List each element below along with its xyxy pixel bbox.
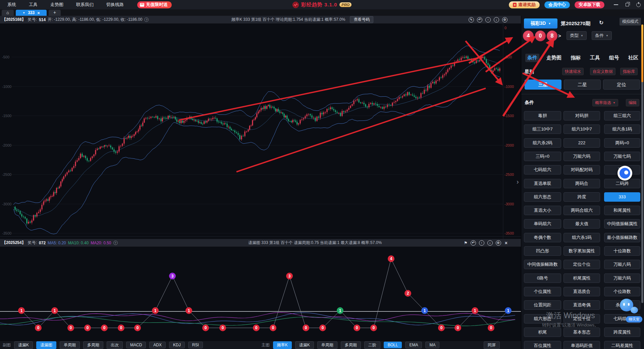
condition-button-百位属性[interactable]: 百位属性	[524, 341, 561, 349]
mainchart-button-BOLL[interactable]: BOLL	[384, 342, 402, 348]
condition-button-三码=0[interactable]: 三码=0	[524, 152, 561, 161]
mainchart-button-MA[interactable]: MA	[425, 342, 439, 348]
scroll-down-icon[interactable]: ↓	[494, 17, 499, 22]
condition-button-中间值振幅路数[interactable]: 中间值振幅路数	[524, 260, 561, 269]
menu-item-5[interactable]: 切换线路	[106, 2, 124, 8]
condition-button-中间值振幅属性[interactable]: 中间值振幅属性	[604, 219, 640, 229]
member-center-button[interactable]: 会员中心	[544, 1, 570, 8]
subchart-button-遗漏图[interactable]: 遗漏图	[36, 341, 56, 349]
chat-room-label[interactable]: 聊天室	[626, 316, 642, 322]
indicator-library-button[interactable]: 指标库	[620, 68, 638, 75]
condition-button-个位路数[interactable]: 个位路数	[604, 287, 640, 296]
condition-button-0路号[interactable]: 0路号	[524, 273, 561, 283]
condition-button-组六形态[interactable]: 组六形态	[524, 192, 561, 202]
probability-filter-dropdown[interactable]: 概率筛选 ▼	[592, 99, 618, 106]
condition-button-个位属性[interactable]: 个位属性	[524, 287, 561, 296]
mainchart-button-频率K[interactable]: 频率K	[273, 341, 292, 349]
edit-button[interactable]: 编辑	[626, 99, 639, 106]
settings-gear-icon[interactable]: ⚙	[502, 17, 507, 22]
condition-button-万能七码[interactable]: 万能七码	[604, 152, 640, 161]
panel-scrollbar-thumb[interactable]	[641, 24, 643, 82]
condition-button-定位十位[interactable]: 定位十位	[564, 314, 600, 323]
subchart-button-遗漏K[interactable]: 遗漏K	[14, 341, 33, 349]
menu-item-2[interactable]: 工具	[29, 2, 38, 8]
condition-button-两码=0[interactable]: 两码=0	[604, 138, 640, 148]
condition-button-基本形态[interactable]: 基本形态	[564, 328, 600, 337]
condition-button-最大值[interactable]: 最大值	[564, 219, 600, 229]
condition-button-直选大小[interactable]: 直选大小	[524, 206, 561, 215]
minimize-icon[interactable]	[614, 4, 618, 5]
condition-button-奇偶个数[interactable]: 奇偶个数	[524, 233, 561, 242]
main-candle-chart[interactable]: -500-1000-1500-2000-2500-3000-35000-500-…	[0, 24, 521, 239]
condition-button-直选单双[interactable]: 直选单双	[524, 179, 561, 188]
sync-screen-button[interactable]: 同屏	[484, 341, 500, 349]
condition-button-十位路数[interactable]: 十位路数	[604, 246, 640, 256]
restore-icon[interactable]	[626, 3, 629, 6]
sub-close-icon[interactable]: ×	[505, 240, 507, 246]
subchart-button-出次[interactable]: 出次	[107, 341, 123, 349]
condition-button-222[interactable]: 222	[564, 138, 600, 148]
refresh-icon[interactable]: ↻	[599, 19, 603, 26]
condition-button-跨度[interactable]: 跨度	[564, 192, 600, 202]
invite-reward-button[interactable]: 邀请奖励	[509, 1, 540, 8]
recharge-promo-button[interactable]: 充值限时送	[137, 1, 172, 8]
mainchart-button-遗漏K[interactable]: 遗漏K	[295, 341, 314, 349]
condition-button-对码胆[interactable]: 对码胆	[564, 111, 600, 120]
star-button-1[interactable]: 三星	[525, 80, 561, 90]
subchart-button-单周期[interactable]: 单周期	[60, 341, 80, 349]
android-download-button[interactable]: 安卓版下载	[575, 1, 604, 8]
subchart-button-多周期[interactable]: 多周期	[83, 341, 103, 349]
condition-button-位置间距[interactable]: 位置间距	[524, 300, 561, 310]
condition-button-单选码距值[interactable]: 单选码距值	[564, 341, 600, 349]
mainchart-button-单周期[interactable]: 单周期	[317, 341, 337, 349]
mainchart-button-多周期[interactable]: 多周期	[341, 341, 361, 349]
tab-close-icon[interactable]: ×	[37, 10, 40, 15]
panel-collapse-handle[interactable]: ›	[517, 178, 519, 186]
condition-button-两码合组六[interactable]: 两码合组六	[564, 206, 600, 215]
condition-button-单码组六[interactable]: 单码组六	[524, 219, 561, 229]
condition-button-333[interactable]: 333	[604, 192, 640, 202]
help-icon[interactable]: ?	[144, 17, 149, 22]
undo-icon[interactable]: ↶	[477, 17, 482, 22]
condition-dropdown[interactable]: 条件 ▼	[592, 31, 612, 40]
panel-tab-1[interactable]: 条件	[525, 54, 539, 62]
sub-undo-icon[interactable]: ↶	[471, 240, 476, 246]
condition-button-积尾[interactable]: 积尾	[524, 328, 561, 337]
condition-button-七码组六[interactable]: 七码组六	[524, 165, 561, 174]
mainchart-button-二阶[interactable]: 二阶	[364, 341, 380, 349]
menu-item-4[interactable]: 联系我们	[76, 2, 94, 8]
condition-button-两码合[interactable]: 两码合	[564, 179, 600, 188]
condition-button-万能六码[interactable]: 万能六码	[564, 152, 600, 161]
menu-item-1[interactable]: 系统	[7, 2, 16, 8]
pin-icon[interactable]: ⚑	[464, 241, 468, 245]
condition-button-组六杀1码[interactable]: 组六杀1码	[564, 233, 600, 242]
condition-button-定位个位[interactable]: 定位个位	[564, 260, 600, 269]
subchart-button-KDJ[interactable]: KDJ	[169, 342, 185, 348]
subchart-button-RSI[interactable]: RSI	[188, 342, 203, 348]
type-dropdown[interactable]: 类型 ▼	[567, 31, 587, 40]
subchart-button-MACD[interactable]: MACD	[126, 342, 146, 348]
quick-shrink-button[interactable]: 快速缩水	[562, 68, 584, 75]
condition-button-组六杀2码[interactable]: 组六杀2码	[524, 138, 561, 148]
sub-help-icon[interactable]: ?	[113, 241, 118, 245]
star-button-3[interactable]: 定位	[603, 80, 640, 90]
home-tab-button[interactable]: ⌂	[2, 10, 14, 16]
subchart-button-ADX[interactable]: ADX	[149, 342, 166, 348]
condition-button-对码配对码[interactable]: 对码配对码	[564, 165, 600, 174]
lottery-select-dropdown[interactable]: 福彩3D ▼	[524, 18, 557, 29]
tab-caret-icon[interactable]: ▼	[22, 11, 25, 14]
condition-button-跨度属性[interactable]: 跨度属性	[604, 328, 640, 337]
condition-button-二码差属性[interactable]: 二码差属性	[604, 341, 640, 349]
condition-button-直选质合[interactable]: 直选质合	[564, 287, 600, 296]
condition-button-组三组六[interactable]: 组三组六	[604, 111, 640, 120]
panel-tab-6[interactable]: 社区	[626, 54, 640, 62]
condition-button-最小值振幅路数[interactable]: 最小值振幅路数	[604, 233, 640, 242]
condition-button-凹凸形[interactable]: 凹凸形	[524, 246, 561, 256]
panel-tab-5[interactable]: 组号	[607, 54, 621, 62]
view-numbers-button[interactable]: 查看号码	[350, 16, 373, 23]
sub-scroll-up-icon[interactable]: ↑	[479, 240, 484, 246]
condition-button-万能六码[interactable]: 万能六码	[604, 273, 640, 283]
draw-tool-icon[interactable]: ✎	[469, 17, 474, 22]
condition-button-组三10中7[interactable]: 组三10中7	[524, 124, 561, 134]
omission-chart[interactable]: 10100000131000030010042100101	[0, 247, 521, 341]
